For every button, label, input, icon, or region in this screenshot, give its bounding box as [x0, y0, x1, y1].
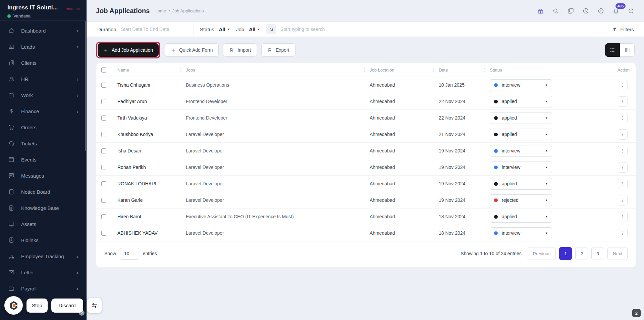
- clock-icon[interactable]: [582, 7, 589, 14]
- applicant-name[interactable]: Rohan Parikh: [117, 165, 186, 170]
- sidebar-item-assets[interactable]: Assets ›: [0, 216, 87, 232]
- job-filter-value[interactable]: All▼: [249, 27, 260, 32]
- gift-icon[interactable]: [537, 7, 544, 14]
- discard-button[interactable]: Discard: [51, 299, 83, 313]
- row-checkbox[interactable]: [101, 116, 106, 121]
- sidebar-item-work[interactable]: Work ›: [0, 87, 87, 103]
- sidebar-item-payroll[interactable]: Payroll ›: [0, 280, 87, 296]
- applicant-name[interactable]: Karan Garle: [117, 197, 186, 203]
- sort-icon[interactable]: [179, 67, 183, 73]
- status-dot: [494, 83, 498, 87]
- filters-button[interactable]: Filters: [602, 22, 644, 37]
- col-jobs[interactable]: Jobs: [186, 67, 195, 73]
- import-button[interactable]: Import: [223, 43, 257, 57]
- sidebar-item-events[interactable]: Events ›: [0, 151, 87, 168]
- row-actions-button[interactable]: [618, 80, 628, 90]
- breadcrumb-home[interactable]: Home: [154, 8, 166, 13]
- sort-icon[interactable]: [363, 67, 367, 73]
- next-page-button[interactable]: Next: [607, 247, 628, 260]
- row-checkbox[interactable]: [101, 165, 106, 170]
- status-filter[interactable]: Status All▼: [194, 22, 230, 37]
- status-dropdown[interactable]: rejected ▼: [490, 194, 552, 206]
- sidebar-item-letter[interactable]: Letter ›: [0, 264, 87, 280]
- row-checkbox[interactable]: [101, 148, 106, 153]
- sidebar-item-dashboard[interactable]: Dashboard ›: [0, 22, 87, 39]
- row-actions-button[interactable]: [618, 179, 628, 189]
- applicant-name[interactable]: Hiren Barot: [117, 214, 186, 219]
- sidebar-scrollbar[interactable]: [85, 21, 86, 151]
- col-status[interactable]: Status: [490, 67, 502, 73]
- row-checkbox[interactable]: [101, 231, 106, 236]
- applicant-name[interactable]: Khushboo Koriya: [117, 132, 186, 137]
- row-checkbox[interactable]: [101, 181, 106, 186]
- row-checkbox[interactable]: [101, 214, 106, 219]
- sidebar-item-tickets[interactable]: Tickets ›: [0, 135, 87, 151]
- row-actions-button[interactable]: [618, 113, 628, 123]
- bell-icon[interactable]: 405: [612, 7, 620, 14]
- row-actions-button[interactable]: [618, 146, 628, 156]
- status-dropdown[interactable]: applied ▼: [490, 178, 552, 190]
- page-1-button[interactable]: 1: [559, 247, 572, 260]
- status-dropdown[interactable]: applied ▼: [490, 211, 552, 223]
- sidebar-item-orders[interactable]: Orders ›: [0, 119, 87, 135]
- swap-button[interactable]: [87, 298, 102, 313]
- applicant-name[interactable]: Isha Desari: [117, 148, 186, 153]
- power-icon[interactable]: [628, 7, 635, 14]
- duration-input[interactable]: [121, 27, 178, 32]
- applicant-name[interactable]: Tisha Chhugani: [117, 82, 186, 88]
- previous-page-button[interactable]: Previous: [528, 247, 556, 260]
- row-checkbox[interactable]: [101, 132, 106, 137]
- status-dropdown[interactable]: applied ▼: [490, 129, 552, 140]
- quick-add-form-button[interactable]: Quick Add Form: [165, 43, 219, 57]
- status-dropdown[interactable]: applied ▼: [490, 96, 552, 107]
- sidebar-item-biolinks[interactable]: Biolinks ›: [0, 232, 87, 248]
- row-actions-button[interactable]: [618, 162, 628, 173]
- applicant-name[interactable]: RONAK LODHARI: [117, 181, 186, 186]
- status-dropdown[interactable]: applied ▼: [490, 112, 552, 124]
- sidebar-item-leads[interactable]: Leads ›: [0, 39, 87, 55]
- page-3-button[interactable]: 3: [591, 247, 604, 260]
- row-actions-button[interactable]: [618, 195, 628, 205]
- col-name[interactable]: Name: [117, 67, 129, 73]
- notes-icon[interactable]: [567, 7, 574, 14]
- add-job-application-button[interactable]: Add Job Application: [98, 43, 159, 57]
- col-date[interactable]: Date: [439, 67, 448, 73]
- row-checkbox[interactable]: [101, 198, 106, 203]
- status-dropdown[interactable]: interview ▼: [490, 162, 552, 173]
- sort-icon[interactable]: [432, 67, 436, 73]
- list-view-button[interactable]: [605, 43, 620, 57]
- kanban-view-button[interactable]: [620, 43, 635, 57]
- status-dropdown[interactable]: interview ▼: [490, 145, 552, 157]
- select-all-checkbox[interactable]: [101, 67, 106, 73]
- status-filter-value[interactable]: All▼: [219, 27, 230, 32]
- row-checkbox[interactable]: [101, 83, 106, 88]
- row-actions-button[interactable]: [618, 129, 628, 140]
- add-icon[interactable]: [597, 7, 604, 14]
- sidebar-item-messages[interactable]: Messages ›: [0, 168, 87, 184]
- export-button[interactable]: Export: [261, 43, 295, 57]
- sidebar-item-clients[interactable]: Clients ›: [0, 55, 87, 71]
- applicant-name[interactable]: Padhiyar Arun: [117, 99, 186, 104]
- row-actions-button[interactable]: [618, 212, 628, 222]
- stop-button[interactable]: Stop: [26, 299, 48, 313]
- sidebar-item-employee-tracking[interactable]: Employee Tracking ›: [0, 248, 87, 264]
- sidebar-item-finance[interactable]: Finance ›: [0, 103, 87, 119]
- row-actions-button[interactable]: [618, 228, 628, 238]
- agent-logo[interactable]: [4, 296, 23, 315]
- status-dropdown[interactable]: interview ▼: [490, 227, 552, 239]
- page-size-select[interactable]: 10: [120, 248, 139, 260]
- search-icon[interactable]: [552, 7, 559, 14]
- row-checkbox[interactable]: [101, 99, 106, 104]
- applicant-name[interactable]: ABHISHEK YADAV: [117, 230, 186, 236]
- job-filter[interactable]: Job All▼: [230, 22, 262, 37]
- applicant-name[interactable]: Tirth Vadukiya: [117, 115, 186, 121]
- sidebar-item-knowledge-base[interactable]: Knowledge Base ›: [0, 200, 87, 216]
- col-job-location[interactable]: Job Location: [370, 67, 394, 73]
- search-input[interactable]: [280, 27, 381, 32]
- sidebar-item-notice-board[interactable]: Notice Board ›: [0, 184, 87, 200]
- row-actions-button[interactable]: [618, 96, 628, 107]
- page-2-button[interactable]: 2: [575, 247, 588, 260]
- sidebar-item-hr[interactable]: HR ›: [0, 71, 87, 87]
- sort-icon[interactable]: [483, 67, 487, 73]
- status-dropdown[interactable]: interview ▼: [490, 79, 552, 91]
